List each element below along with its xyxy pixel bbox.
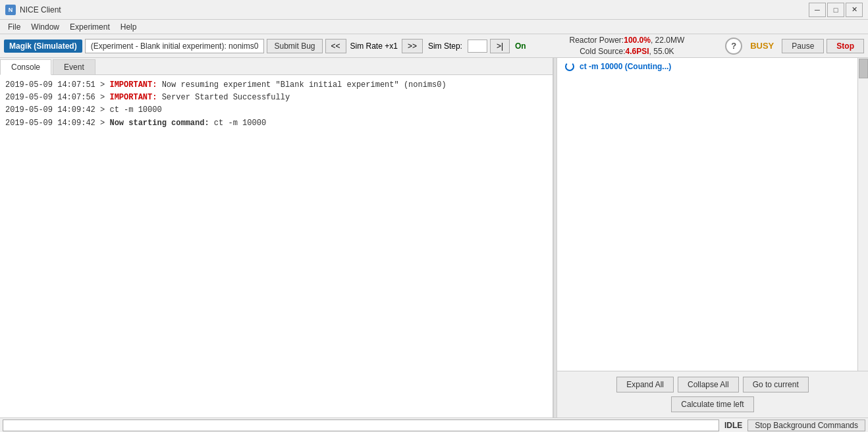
left-panel: Console Event 2019-05-09 14:07:51 > IMPO…	[0, 58, 553, 418]
title-bar-text: NICE Client	[20, 5, 809, 14]
magik-badge: Magik (Simulated)	[4, 40, 82, 53]
title-bar: N NICE Client ─ □ ✕	[0, 0, 868, 20]
submit-bug-button[interactable]: Submit Bug	[267, 39, 322, 53]
help-button[interactable]: ?	[725, 38, 742, 55]
menu-file[interactable]: File	[3, 21, 26, 33]
console-line-1: 2019-05-09 14:07:51 > IMPORTANT: Now res…	[5, 79, 547, 92]
reactor-line1: Reactor Power:100.0%, 22.0MW	[531, 35, 723, 46]
toolbar: Magik (Simulated) (Experiment - Blank in…	[0, 34, 868, 58]
console-line-2: 2019-05-09 14:07:56 > IMPORTANT: Server …	[5, 92, 547, 104]
reactor-line2: Cold Source:4.6PSI, 55.0K	[531, 46, 723, 57]
close-button[interactable]: ✕	[846, 3, 863, 17]
status-idle-label: IDLE	[719, 421, 747, 430]
maximize-button[interactable]: □	[827, 3, 844, 17]
menu-window[interactable]: Window	[26, 21, 65, 33]
command-spinner	[565, 62, 574, 71]
pause-button[interactable]: Pause	[782, 39, 824, 53]
right-panel-footer: Expand All Collapse All Go to current Ca…	[557, 371, 868, 418]
title-bar-controls: ─ □ ✕	[809, 3, 863, 17]
console-output: 2019-05-09 14:07:51 > IMPORTANT: Now res…	[0, 75, 553, 418]
on-label: On	[512, 41, 529, 51]
right-panel: ct -m 10000 (Counting...) Expand All Col…	[557, 58, 868, 418]
menu-help[interactable]: Help	[115, 21, 142, 33]
scrollbar-track[interactable]	[857, 58, 868, 371]
scrollbar-thumb[interactable]	[859, 59, 868, 78]
reactor-info: Reactor Power:100.0%, 22.0MW Cold Source…	[531, 35, 723, 57]
sim-rate-label: Sim Rate +x1	[348, 41, 400, 51]
console-line-3: 2019-05-09 14:09:42 > ct -m 10000	[5, 104, 547, 117]
main-content: Console Event 2019-05-09 14:07:51 > IMPO…	[0, 58, 868, 418]
sim-rate-controls: << Sim Rate +x1 >>	[325, 39, 423, 53]
sim-step-label: Sim Step:	[425, 41, 465, 51]
stop-background-commands-button[interactable]: Stop Background Commands	[747, 419, 865, 431]
footer-row-2: Calculate time left	[671, 396, 753, 412]
calculate-time-button[interactable]: Calculate time left	[671, 396, 753, 412]
app-icon: N	[5, 5, 16, 15]
experiment-label: (Experiment - Blank initial experiment):…	[85, 39, 265, 53]
command-list: ct -m 10000 (Counting...)	[557, 58, 868, 371]
sim-step-input[interactable]	[468, 40, 487, 53]
status-input[interactable]	[3, 419, 719, 431]
command-text: ct -m 10000 (Counting...)	[580, 62, 671, 71]
menu-experiment[interactable]: Experiment	[65, 21, 115, 33]
go-to-current-button[interactable]: Go to current	[743, 377, 809, 392]
sim-forward-button[interactable]: >>	[402, 39, 423, 53]
tab-event[interactable]: Event	[53, 59, 95, 74]
minimize-button[interactable]: ─	[809, 3, 826, 17]
command-item-1: ct -m 10000 (Counting...)	[557, 58, 857, 75]
busy-label: BUSY	[745, 41, 779, 51]
menu-bar: File Window Experiment Help	[0, 20, 868, 34]
console-line-4: 2019-05-09 14:09:42 > Now starting comma…	[5, 117, 547, 130]
footer-row-1: Expand All Collapse All Go to current	[616, 377, 808, 392]
status-bar: IDLE Stop Background Commands	[0, 418, 868, 432]
expand-all-button[interactable]: Expand All	[616, 377, 674, 392]
sim-goto-button[interactable]: >|	[490, 39, 510, 53]
collapse-all-button[interactable]: Collapse All	[678, 377, 739, 392]
tab-console[interactable]: Console	[0, 59, 51, 75]
stop-button[interactable]: Stop	[827, 39, 864, 53]
sim-back-button[interactable]: <<	[325, 39, 346, 53]
tabs: Console Event	[0, 58, 553, 75]
